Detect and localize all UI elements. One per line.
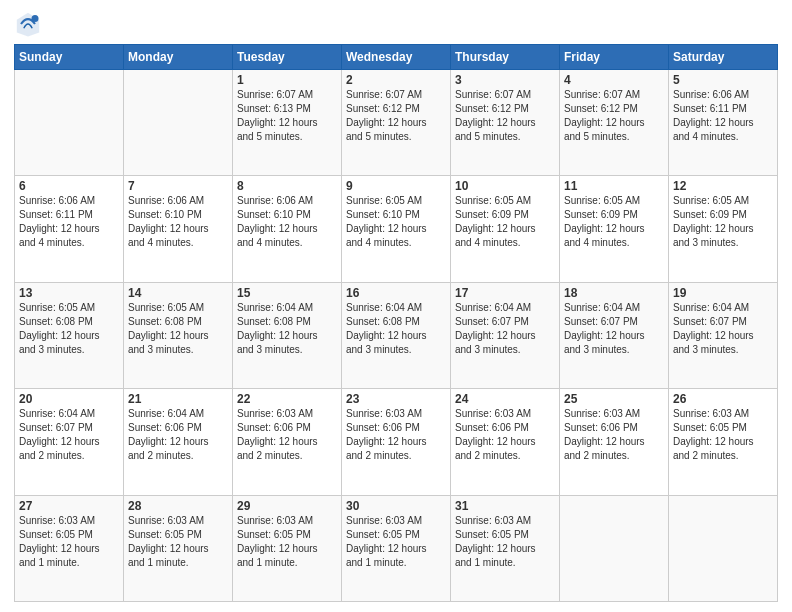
day-number: 20: [19, 392, 119, 406]
day-info: Sunrise: 6:06 AM Sunset: 6:10 PM Dayligh…: [237, 194, 337, 250]
day-cell: 26Sunrise: 6:03 AM Sunset: 6:05 PM Dayli…: [669, 389, 778, 495]
calendar-table: SundayMondayTuesdayWednesdayThursdayFrid…: [14, 44, 778, 602]
day-number: 10: [455, 179, 555, 193]
day-cell: 12Sunrise: 6:05 AM Sunset: 6:09 PM Dayli…: [669, 176, 778, 282]
day-number: 9: [346, 179, 446, 193]
day-number: 24: [455, 392, 555, 406]
day-number: 14: [128, 286, 228, 300]
svg-point-1: [32, 15, 39, 22]
day-info: Sunrise: 6:05 AM Sunset: 6:09 PM Dayligh…: [455, 194, 555, 250]
day-cell: 20Sunrise: 6:04 AM Sunset: 6:07 PM Dayli…: [15, 389, 124, 495]
week-row-1: 1Sunrise: 6:07 AM Sunset: 6:13 PM Daylig…: [15, 70, 778, 176]
day-number: 31: [455, 499, 555, 513]
day-info: Sunrise: 6:03 AM Sunset: 6:05 PM Dayligh…: [237, 514, 337, 570]
day-number: 28: [128, 499, 228, 513]
day-cell: 6Sunrise: 6:06 AM Sunset: 6:11 PM Daylig…: [15, 176, 124, 282]
day-cell: 22Sunrise: 6:03 AM Sunset: 6:06 PM Dayli…: [233, 389, 342, 495]
col-header-wednesday: Wednesday: [342, 45, 451, 70]
day-cell: 5Sunrise: 6:06 AM Sunset: 6:11 PM Daylig…: [669, 70, 778, 176]
day-cell: [669, 495, 778, 601]
day-cell: 19Sunrise: 6:04 AM Sunset: 6:07 PM Dayli…: [669, 282, 778, 388]
day-info: Sunrise: 6:03 AM Sunset: 6:05 PM Dayligh…: [346, 514, 446, 570]
day-number: 17: [455, 286, 555, 300]
day-number: 25: [564, 392, 664, 406]
day-info: Sunrise: 6:04 AM Sunset: 6:08 PM Dayligh…: [237, 301, 337, 357]
day-info: Sunrise: 6:07 AM Sunset: 6:12 PM Dayligh…: [564, 88, 664, 144]
day-cell: 23Sunrise: 6:03 AM Sunset: 6:06 PM Dayli…: [342, 389, 451, 495]
day-number: 12: [673, 179, 773, 193]
day-cell: 18Sunrise: 6:04 AM Sunset: 6:07 PM Dayli…: [560, 282, 669, 388]
day-info: Sunrise: 6:04 AM Sunset: 6:07 PM Dayligh…: [564, 301, 664, 357]
day-number: 8: [237, 179, 337, 193]
day-info: Sunrise: 6:03 AM Sunset: 6:05 PM Dayligh…: [455, 514, 555, 570]
day-number: 7: [128, 179, 228, 193]
col-header-sunday: Sunday: [15, 45, 124, 70]
day-info: Sunrise: 6:04 AM Sunset: 6:07 PM Dayligh…: [19, 407, 119, 463]
day-info: Sunrise: 6:06 AM Sunset: 6:11 PM Dayligh…: [19, 194, 119, 250]
day-cell: 31Sunrise: 6:03 AM Sunset: 6:05 PM Dayli…: [451, 495, 560, 601]
day-cell: [560, 495, 669, 601]
day-number: 5: [673, 73, 773, 87]
day-number: 11: [564, 179, 664, 193]
day-info: Sunrise: 6:03 AM Sunset: 6:05 PM Dayligh…: [19, 514, 119, 570]
col-header-tuesday: Tuesday: [233, 45, 342, 70]
day-number: 2: [346, 73, 446, 87]
day-info: Sunrise: 6:07 AM Sunset: 6:12 PM Dayligh…: [346, 88, 446, 144]
day-info: Sunrise: 6:03 AM Sunset: 6:06 PM Dayligh…: [346, 407, 446, 463]
day-number: 1: [237, 73, 337, 87]
day-cell: 30Sunrise: 6:03 AM Sunset: 6:05 PM Dayli…: [342, 495, 451, 601]
week-row-4: 20Sunrise: 6:04 AM Sunset: 6:07 PM Dayli…: [15, 389, 778, 495]
day-cell: 15Sunrise: 6:04 AM Sunset: 6:08 PM Dayli…: [233, 282, 342, 388]
day-info: Sunrise: 6:06 AM Sunset: 6:10 PM Dayligh…: [128, 194, 228, 250]
header: [14, 10, 778, 38]
day-cell: 16Sunrise: 6:04 AM Sunset: 6:08 PM Dayli…: [342, 282, 451, 388]
day-info: Sunrise: 6:03 AM Sunset: 6:05 PM Dayligh…: [673, 407, 773, 463]
day-cell: 17Sunrise: 6:04 AM Sunset: 6:07 PM Dayli…: [451, 282, 560, 388]
week-row-2: 6Sunrise: 6:06 AM Sunset: 6:11 PM Daylig…: [15, 176, 778, 282]
day-cell: 14Sunrise: 6:05 AM Sunset: 6:08 PM Dayli…: [124, 282, 233, 388]
day-cell: 10Sunrise: 6:05 AM Sunset: 6:09 PM Dayli…: [451, 176, 560, 282]
day-info: Sunrise: 6:05 AM Sunset: 6:08 PM Dayligh…: [128, 301, 228, 357]
day-info: Sunrise: 6:06 AM Sunset: 6:11 PM Dayligh…: [673, 88, 773, 144]
day-number: 19: [673, 286, 773, 300]
day-number: 6: [19, 179, 119, 193]
day-number: 4: [564, 73, 664, 87]
col-header-monday: Monday: [124, 45, 233, 70]
day-info: Sunrise: 6:05 AM Sunset: 6:10 PM Dayligh…: [346, 194, 446, 250]
day-number: 3: [455, 73, 555, 87]
day-cell: 11Sunrise: 6:05 AM Sunset: 6:09 PM Dayli…: [560, 176, 669, 282]
day-info: Sunrise: 6:04 AM Sunset: 6:06 PM Dayligh…: [128, 407, 228, 463]
day-number: 23: [346, 392, 446, 406]
day-info: Sunrise: 6:03 AM Sunset: 6:06 PM Dayligh…: [455, 407, 555, 463]
col-header-thursday: Thursday: [451, 45, 560, 70]
col-header-saturday: Saturday: [669, 45, 778, 70]
day-cell: 27Sunrise: 6:03 AM Sunset: 6:05 PM Dayli…: [15, 495, 124, 601]
day-cell: 1Sunrise: 6:07 AM Sunset: 6:13 PM Daylig…: [233, 70, 342, 176]
day-number: 27: [19, 499, 119, 513]
day-info: Sunrise: 6:05 AM Sunset: 6:09 PM Dayligh…: [564, 194, 664, 250]
day-cell: 3Sunrise: 6:07 AM Sunset: 6:12 PM Daylig…: [451, 70, 560, 176]
logo: [14, 10, 46, 38]
day-cell: 7Sunrise: 6:06 AM Sunset: 6:10 PM Daylig…: [124, 176, 233, 282]
day-cell: 13Sunrise: 6:05 AM Sunset: 6:08 PM Dayli…: [15, 282, 124, 388]
day-info: Sunrise: 6:03 AM Sunset: 6:06 PM Dayligh…: [237, 407, 337, 463]
week-row-3: 13Sunrise: 6:05 AM Sunset: 6:08 PM Dayli…: [15, 282, 778, 388]
header-row: SundayMondayTuesdayWednesdayThursdayFrid…: [15, 45, 778, 70]
col-header-friday: Friday: [560, 45, 669, 70]
day-info: Sunrise: 6:04 AM Sunset: 6:08 PM Dayligh…: [346, 301, 446, 357]
day-info: Sunrise: 6:05 AM Sunset: 6:08 PM Dayligh…: [19, 301, 119, 357]
day-number: 18: [564, 286, 664, 300]
day-number: 21: [128, 392, 228, 406]
day-number: 30: [346, 499, 446, 513]
day-number: 26: [673, 392, 773, 406]
day-cell: 2Sunrise: 6:07 AM Sunset: 6:12 PM Daylig…: [342, 70, 451, 176]
day-number: 29: [237, 499, 337, 513]
day-cell: 21Sunrise: 6:04 AM Sunset: 6:06 PM Dayli…: [124, 389, 233, 495]
day-cell: 29Sunrise: 6:03 AM Sunset: 6:05 PM Dayli…: [233, 495, 342, 601]
logo-icon: [14, 10, 42, 38]
day-info: Sunrise: 6:07 AM Sunset: 6:12 PM Dayligh…: [455, 88, 555, 144]
day-info: Sunrise: 6:03 AM Sunset: 6:06 PM Dayligh…: [564, 407, 664, 463]
day-cell: [15, 70, 124, 176]
week-row-5: 27Sunrise: 6:03 AM Sunset: 6:05 PM Dayli…: [15, 495, 778, 601]
day-cell: 4Sunrise: 6:07 AM Sunset: 6:12 PM Daylig…: [560, 70, 669, 176]
